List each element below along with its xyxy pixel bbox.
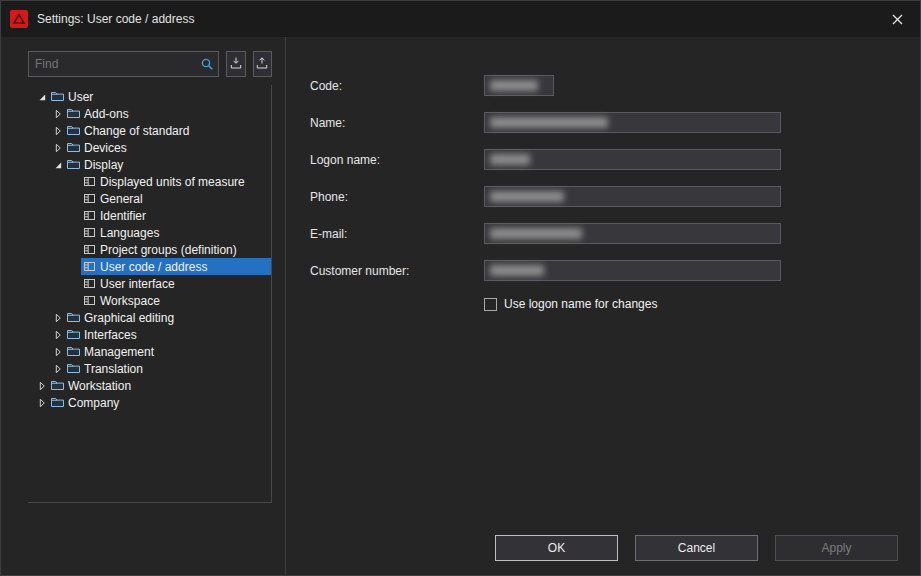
folder-icon — [65, 362, 82, 375]
redacted-value — [490, 80, 538, 91]
tree-item-label: Languages — [100, 226, 159, 240]
tree-item-label: Translation — [84, 362, 143, 376]
tree-item-management[interactable]: Management — [28, 343, 271, 360]
tree-item-user-code-address[interactable]: User code / address — [28, 258, 271, 275]
form-field-row: Logon name: — [310, 149, 898, 170]
tree-item-project-groups-definition[interactable]: Project groups (definition) — [28, 241, 271, 258]
tree-item-workstation[interactable]: Workstation — [28, 377, 271, 394]
cancel-button[interactable]: Cancel — [635, 535, 758, 561]
tree-item-label: Add-ons — [84, 107, 129, 121]
redacted-value — [490, 191, 564, 202]
e-mail-label: E-mail: — [310, 227, 484, 241]
tree-item-content: Project groups (definition) — [81, 241, 271, 258]
ok-button[interactable]: OK — [495, 535, 618, 561]
expand-arrow-icon[interactable] — [34, 395, 49, 410]
tree-item-general[interactable]: General — [28, 190, 271, 207]
expand-arrow-icon[interactable] — [50, 140, 65, 155]
import-settings-button[interactable] — [226, 51, 246, 77]
expand-arrow-icon[interactable] — [50, 106, 65, 121]
tree-item-content: User interface — [81, 275, 271, 292]
expand-arrow-icon[interactable] — [50, 310, 65, 325]
folder-icon — [49, 90, 66, 103]
tree-item-company[interactable]: Company — [28, 394, 271, 411]
search-icon[interactable] — [196, 57, 218, 72]
settings-page-icon — [81, 260, 98, 273]
folder-icon — [65, 107, 82, 120]
logon-name-label: Logon name: — [310, 153, 484, 167]
e-mail-input[interactable] — [484, 223, 781, 244]
expand-arrow-icon[interactable] — [50, 123, 65, 138]
tree-item-label: General — [100, 192, 143, 206]
close-button[interactable] — [875, 1, 920, 37]
tree-item-label: Display — [84, 158, 123, 172]
tree-item-content: General — [81, 190, 271, 207]
logon-name-input[interactable] — [484, 149, 781, 170]
apply-button[interactable]: Apply — [775, 535, 898, 561]
tree-item-content: Management — [65, 343, 271, 360]
form-field-row: Customer number: — [310, 260, 898, 281]
collapse-arrow-icon[interactable] — [34, 89, 49, 104]
redacted-value — [490, 228, 582, 239]
tree-item-label: Management — [84, 345, 154, 359]
tree-item-content: Identifier — [81, 207, 271, 224]
tree-item-content: Workspace — [81, 292, 271, 309]
tree-item-content: Interfaces — [65, 326, 271, 343]
tree-item-user[interactable]: User — [28, 88, 271, 105]
expand-arrow-icon[interactable] — [50, 361, 65, 376]
eplan-logo-icon — [10, 10, 28, 28]
tree-item-content: User code / address — [81, 258, 271, 275]
redacted-value — [490, 117, 608, 128]
expand-arrow-icon[interactable] — [50, 344, 65, 359]
expander-spacer — [66, 191, 81, 206]
folder-icon — [65, 124, 82, 137]
tree-item-displayed-units-of-measure[interactable]: Displayed units of measure — [28, 173, 271, 190]
code-input[interactable] — [484, 75, 554, 96]
form-panel: Code:Name:Logon name:Phone:E-mail:Custom… — [286, 37, 920, 575]
tree-item-workspace[interactable]: Workspace — [28, 292, 271, 309]
code-label: Code: — [310, 79, 484, 93]
form-field-row: Name: — [310, 112, 898, 133]
tree-item-identifier[interactable]: Identifier — [28, 207, 271, 224]
name-input[interactable] — [484, 112, 781, 133]
expander-spacer — [66, 259, 81, 274]
tree-item-content: User — [49, 88, 271, 105]
tree-item-languages[interactable]: Languages — [28, 224, 271, 241]
tree-item-interfaces[interactable]: Interfaces — [28, 326, 271, 343]
tree-item-label: User — [68, 90, 93, 104]
use-logon-checkbox-row: Use logon name for changes — [484, 297, 898, 311]
collapse-arrow-icon[interactable] — [50, 157, 65, 172]
tree-item-content: Change of standard — [65, 122, 271, 139]
settings-page-icon — [81, 294, 98, 307]
expander-spacer — [66, 225, 81, 240]
tree-item-graphical-editing[interactable]: Graphical editing — [28, 309, 271, 326]
folder-icon — [65, 328, 82, 341]
tree-item-translation[interactable]: Translation — [28, 360, 271, 377]
tree-item-label: Workspace — [100, 294, 160, 308]
customer-number-label: Customer number: — [310, 264, 484, 278]
settings-dialog: Settings: User code / address UserAdd-on… — [0, 0, 921, 576]
expand-arrow-icon[interactable] — [34, 378, 49, 393]
tree-item-add-ons[interactable]: Add-ons — [28, 105, 271, 122]
export-settings-button[interactable] — [253, 51, 273, 77]
tree-item-change-of-standard[interactable]: Change of standard — [28, 122, 271, 139]
use-logon-checkbox[interactable] — [484, 298, 497, 311]
settings-page-icon — [81, 226, 98, 239]
settings-page-icon — [81, 277, 98, 290]
tree-item-display[interactable]: Display — [28, 156, 271, 173]
tree-item-user-interface[interactable]: User interface — [28, 275, 271, 292]
folder-icon — [65, 311, 82, 324]
phone-input[interactable] — [484, 186, 781, 207]
expander-spacer — [66, 293, 81, 308]
expand-arrow-icon[interactable] — [50, 327, 65, 342]
settings-tree: UserAdd-onsChange of standardDevicesDisp… — [28, 85, 272, 503]
tree-item-content: Translation — [65, 360, 271, 377]
folder-icon — [49, 379, 66, 392]
customer-number-input[interactable] — [484, 260, 781, 281]
search-input[interactable] — [29, 57, 196, 71]
expander-spacer — [66, 276, 81, 291]
tree-item-devices[interactable]: Devices — [28, 139, 271, 156]
redacted-value — [490, 265, 544, 276]
use-logon-checkbox-label[interactable]: Use logon name for changes — [504, 297, 657, 311]
form-fields: Code:Name:Logon name:Phone:E-mail:Custom… — [310, 75, 898, 281]
tree-item-content: Languages — [81, 224, 271, 241]
